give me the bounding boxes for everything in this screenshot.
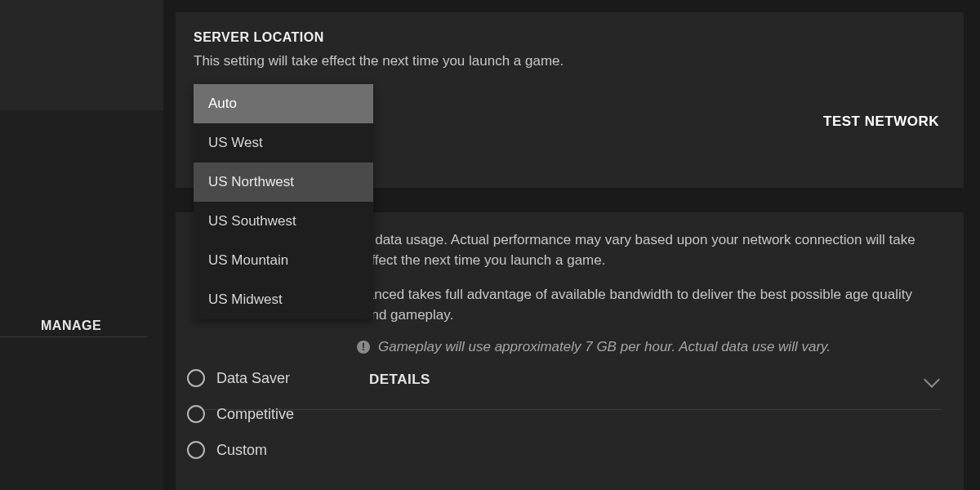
dropdown-option-us-southwest[interactable]: US Southwest bbox=[194, 202, 373, 241]
dropdown-option-auto[interactable]: Auto bbox=[194, 84, 373, 123]
info-icon: ! bbox=[357, 341, 370, 354]
streaming-description-1: d data usage. Actual performance may var… bbox=[363, 230, 935, 270]
radio-icon bbox=[187, 441, 205, 459]
sidebar-top-spacer bbox=[0, 0, 163, 110]
radio-label-competitive: Competitive bbox=[216, 406, 294, 423]
radio-option-data-saver[interactable]: Data Saver bbox=[187, 369, 294, 387]
dropdown-option-us-northwest[interactable]: US Northwest bbox=[194, 163, 373, 202]
radio-icon bbox=[187, 405, 205, 423]
streaming-description-2: lanced takes full advantage of available… bbox=[363, 285, 935, 325]
streaming-mode-radio-group: Data Saver Competitive Custom bbox=[187, 369, 294, 459]
radio-icon bbox=[187, 369, 205, 387]
test-network-button[interactable]: TEST NETWORK bbox=[823, 114, 939, 130]
dropdown-option-us-mountain[interactable]: US Mountain bbox=[194, 241, 373, 280]
dropdown-option-us-midwest[interactable]: US Midwest bbox=[194, 280, 373, 319]
data-usage-info: ! Gameplay will use approximately 7 GB p… bbox=[357, 339, 941, 355]
server-location-card: SERVER LOCATION This setting will take e… bbox=[176, 12, 964, 188]
sidebar: MANAGE bbox=[0, 0, 163, 490]
radio-label-data-saver: Data Saver bbox=[216, 370, 290, 387]
sidebar-divider bbox=[0, 336, 147, 337]
details-label: DETAILS bbox=[369, 372, 430, 388]
chevron-down-icon bbox=[924, 372, 940, 388]
server-location-dropdown[interactable]: Auto US West US Northwest US Southwest U… bbox=[194, 84, 373, 319]
dropdown-option-us-west[interactable]: US West bbox=[194, 123, 373, 163]
radio-option-custom[interactable]: Custom bbox=[187, 441, 294, 459]
sidebar-item-manage[interactable]: MANAGE bbox=[0, 309, 163, 343]
server-location-title: SERVER LOCATION bbox=[194, 30, 941, 45]
divider bbox=[205, 409, 941, 410]
details-expander[interactable]: DETAILS bbox=[369, 372, 941, 388]
server-location-description: This setting will take effect the next t… bbox=[194, 53, 941, 69]
data-usage-info-text: Gameplay will use approximately 7 GB per… bbox=[378, 339, 831, 355]
radio-label-custom: Custom bbox=[216, 442, 267, 459]
radio-option-competitive[interactable]: Competitive bbox=[187, 405, 294, 423]
